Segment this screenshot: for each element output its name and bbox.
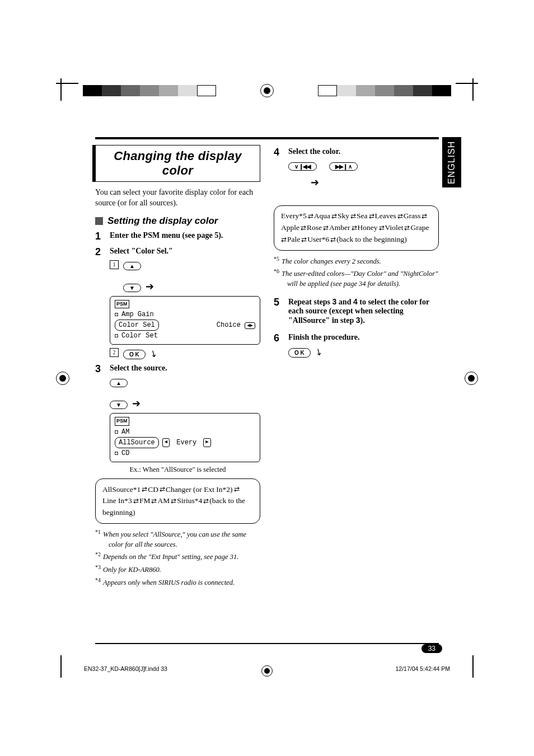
arrow-icon: ➔ [311, 176, 319, 189]
step-text: Select "Color Sel." [110, 247, 173, 257]
page-number: 33 [421, 644, 442, 653]
ok-button-icon: O K [288, 348, 311, 358]
subheading: Setting the display color [95, 215, 260, 227]
registration-mark-icon [260, 84, 274, 97]
lcd-row: Color Set [121, 331, 158, 341]
step-number: 6 [274, 333, 283, 343]
ok-press-diagram: O K ↘ [288, 346, 439, 358]
registration-mark-icon [56, 372, 69, 385]
square-bullet-icon [95, 217, 103, 225]
footnote: *3Only for KD-AR860. [95, 564, 260, 575]
lcd-value: Choice [217, 321, 241, 329]
button-press-diagram: 1 ➔ [110, 260, 260, 293]
lcd-caption: Ex.: When "AllSource" is selected [95, 466, 260, 474]
step-number: 1 [95, 231, 104, 241]
lcd-tag: PSM [115, 417, 129, 426]
up-button-icon [123, 262, 141, 270]
up-button-icon [110, 379, 128, 387]
callout-1: 1 [110, 260, 119, 269]
arrow-icon: ➔ [146, 280, 154, 293]
step-text: Select the source. [110, 364, 167, 374]
step-number: 2 [95, 247, 104, 257]
lcd-row: CD [121, 448, 129, 458]
step-text: Finish the procedure. [288, 333, 359, 343]
step-text: Enter the PSM menu (see page 5). [110, 231, 223, 241]
step-number: 3 [95, 364, 104, 374]
lcd-selected: Color Sel [115, 320, 159, 331]
step-number: 4 [274, 147, 283, 157]
footer-timestamp: 12/17/04 5:42:44 PM [396, 665, 451, 672]
prev-button-icon [288, 162, 317, 171]
footnote: *2Depends on the "Ext Input" setting, se… [95, 551, 260, 562]
section-rule [95, 137, 439, 139]
lcd-screen: PSM AM AllSource ◀ Every ▶ CD [110, 413, 260, 462]
lcd-row: Amp Gain [121, 309, 154, 320]
lcd-screen: PSM Amp Gain Color Sel Choice ◀▶ Color S… [110, 296, 260, 345]
lcd-tag: PSM [115, 300, 129, 309]
colors-cycle-box: Every*5 Aqua Sky Sea Leaves Grass Apple … [274, 205, 439, 251]
intro-text: You can select your favorite display col… [95, 187, 260, 209]
footnote: *6The user-edited colors—"Day Color" and… [274, 267, 439, 289]
arrow-icon: ➔ [132, 397, 140, 410]
step-text: Repeat steps 3 and 4 to select the color… [288, 297, 439, 325]
subheading-text: Setting the display color [107, 215, 218, 227]
section-title-text: Changing the display color [114, 149, 241, 177]
down-button-icon [123, 284, 141, 292]
lcd-value: Every [176, 438, 196, 448]
down-button-icon [110, 401, 128, 409]
footnote: *4Appears only when SIRIUS radio is conn… [95, 576, 260, 588]
footnote: *1When you select "AllSource," you can u… [95, 528, 260, 550]
lcd-row: AM [121, 427, 129, 437]
registration-mark-icon [261, 665, 273, 677]
lcd-selected: AllSource [115, 437, 159, 448]
sources-cycle-box: AllSource*1 CD Changer (or Ext In*2) Lin… [95, 478, 260, 524]
footer-file: EN32-37_KD-AR860[J]f.indd 33 [84, 665, 167, 672]
section-title: Changing the display color [95, 145, 260, 182]
registration-mark-icon [465, 372, 478, 385]
callout-2: 2 [110, 348, 119, 357]
step-text: Select the color. [288, 147, 340, 157]
button-press-diagram: ➔ [288, 161, 439, 189]
ok-press-diagram: 2 O K ↘ [110, 348, 260, 359]
ok-button-icon: O K [123, 350, 146, 359]
button-press-diagram: ➔ [110, 377, 260, 410]
step-number: 5 [274, 297, 283, 325]
next-button-icon [329, 162, 358, 171]
language-tab: ENGLISH [442, 137, 461, 187]
footnote: *5The color changes every 2 seconds. [274, 255, 439, 267]
